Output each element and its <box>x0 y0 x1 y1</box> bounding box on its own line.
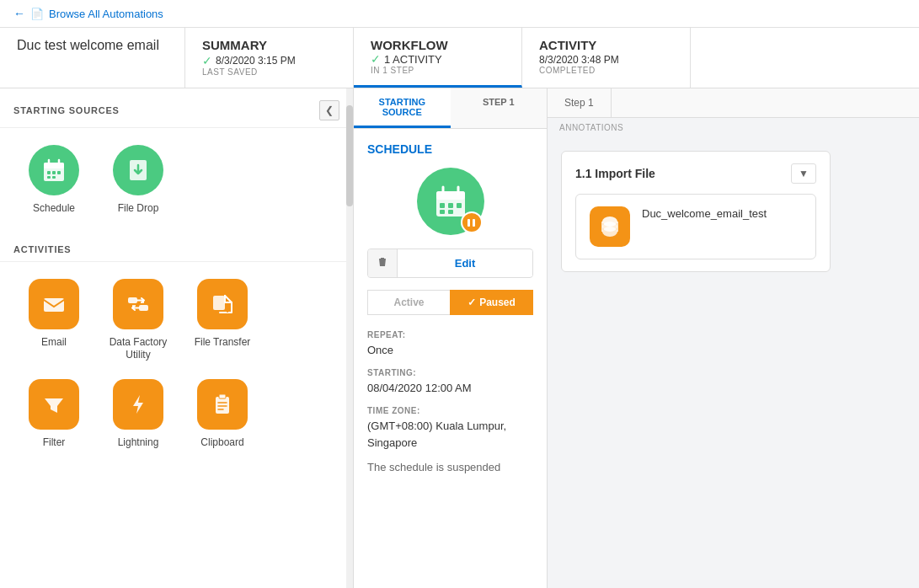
svg-rect-1 <box>44 163 64 168</box>
workflow-activity-count: 1 ACTIVITY <box>384 53 442 66</box>
activity-lightning[interactable]: Lightning <box>104 379 172 450</box>
edit-label: Edit <box>455 257 476 270</box>
svg-rect-8 <box>52 176 56 179</box>
filter-label: Filter <box>43 436 66 450</box>
import-card-wrapper: 1.1 Import File ▼ Duc_welcome_email_tes <box>561 151 831 272</box>
file-drop-label: File Drop <box>118 202 159 216</box>
starting-source-tab[interactable]: STARTING SOURCE <box>354 88 451 128</box>
activity-email[interactable]: Email <box>20 279 88 362</box>
summary-tab[interactable]: SUMMARY ✓ 8/3/2020 3:15 PM LAST SAVED <box>185 28 354 88</box>
header-tabs: Duc test welcome email SUMMARY ✓ 8/3/202… <box>0 28 919 88</box>
svg-rect-26 <box>440 210 445 214</box>
scroll-track <box>346 88 353 588</box>
file-transfer-label: File Transfer <box>195 336 251 350</box>
schedule-section: SCHEDULE <box>354 129 547 490</box>
scroll-thumb[interactable] <box>346 105 353 206</box>
check-paused-icon: ✓ <box>468 297 476 308</box>
activities-header: ACTIVITIES <box>0 233 353 262</box>
toggle-row: Active ✓ Paused <box>367 290 533 315</box>
step1-tab-label: Step 1 <box>483 97 515 107</box>
right-panel: Step 1 ANNOTATIONS 1.1 Import File ▼ <box>548 88 919 588</box>
automation-name-tab: Duc test welcome email <box>0 28 185 88</box>
svg-rect-12 <box>139 305 148 311</box>
import-card-top: 1.1 Import File ▼ <box>575 163 816 184</box>
schedule-info: REPEAT: Once STARTING: 08/04/2020 12:00 … <box>367 329 533 477</box>
filter-icon <box>29 379 79 430</box>
file-icon-box <box>590 206 630 247</box>
clipboard-label: Clipboard <box>200 436 243 450</box>
delete-button[interactable] <box>368 249 398 277</box>
starting-sources-header: STARTING SOURCES ❮ <box>0 88 353 128</box>
right-panel-tabs: Step 1 <box>548 88 919 118</box>
active-toggle[interactable]: Active <box>367 290 450 315</box>
activities-label: ACTIVITIES <box>13 244 72 254</box>
repeat-value: Once <box>367 344 393 356</box>
collapse-button[interactable]: ❮ <box>319 100 339 120</box>
summary-check-icon: ✓ <box>202 54 212 67</box>
activity-clipboard[interactable]: Clipboard <box>189 379 256 450</box>
source-schedule[interactable]: Schedule <box>20 145 88 216</box>
data-factory-icon <box>113 279 163 329</box>
source-file-drop[interactable]: File Drop <box>104 145 172 216</box>
workflow-step: IN 1 STEP <box>371 66 505 75</box>
summary-tab-label: SUMMARY <box>202 38 336 52</box>
step1-right-tab[interactable]: Step 1 <box>548 88 612 117</box>
repeat-label: REPEAT: <box>367 329 533 342</box>
right-panel-content: 1.1 Import File ▼ Duc_welcome_email_tes <box>548 137 919 588</box>
panel-tabs: STARTING SOURCE Step 1 <box>354 88 547 129</box>
import-card-title: 1.1 Import File <box>575 167 655 180</box>
email-label: Email <box>41 336 67 350</box>
svg-rect-11 <box>128 297 137 303</box>
automation-name: Duc test welcome email <box>17 38 168 53</box>
starting-source-tab-label: STARTING SOURCE <box>379 97 425 117</box>
clipboard-icon <box>197 379 248 430</box>
step1-tab[interactable]: Step 1 <box>451 88 548 128</box>
workflow-tab[interactable]: WORKFLOW ✓ 1 ACTIVITY IN 1 STEP <box>354 28 522 88</box>
file-drop-icon <box>113 145 163 195</box>
import-filename: Duc_welcome_email_test <box>642 206 767 222</box>
svg-rect-27 <box>448 210 453 214</box>
svg-rect-15 <box>219 394 226 398</box>
svg-point-32 <box>602 227 617 237</box>
schedule-label: Schedule <box>33 202 75 216</box>
timezone-value: (GMT+08:00) Kuala Lumpur, Singapore <box>367 420 506 450</box>
svg-rect-28 <box>468 219 470 227</box>
starting-value: 08/04/2020 12:00 AM <box>367 382 472 394</box>
email-icon <box>29 279 79 329</box>
svg-rect-6 <box>57 171 61 174</box>
active-label: Active <box>393 297 424 308</box>
summary-date: 8/3/2020 3:15 PM <box>216 55 296 67</box>
paused-toggle[interactable]: ✓ Paused <box>450 290 533 315</box>
activity-file-transfer[interactable]: File Transfer <box>189 279 256 362</box>
activity-tab-label: ACTIVITY <box>539 38 673 52</box>
lightning-label: Lightning <box>118 436 159 450</box>
step1-right-label: Step 1 <box>564 97 594 109</box>
svg-rect-29 <box>473 219 475 227</box>
svg-rect-7 <box>47 176 51 179</box>
top-nav: ← 📄 Browse All Automations <box>0 0 919 28</box>
svg-rect-13 <box>213 296 225 310</box>
edit-button[interactable]: Edit <box>398 250 532 276</box>
workflow-tab-label: WORKFLOW <box>371 38 505 52</box>
center-panel: STARTING SOURCE Step 1 SCHEDULE <box>354 88 548 588</box>
file-transfer-icon <box>197 279 248 329</box>
activities-grid: Email Data Factory Utility <box>0 262 353 467</box>
back-link[interactable]: ← 📄 Browse All Automations <box>13 7 163 20</box>
data-factory-label: Data Factory Utility <box>104 336 172 362</box>
pause-badge <box>461 211 483 233</box>
activity-filter[interactable]: Filter <box>20 379 88 450</box>
svg-rect-20 <box>436 191 465 200</box>
schedule-big-icon <box>417 168 484 235</box>
schedule-icon <box>29 145 79 195</box>
timezone-label: TIME ZONE: <box>367 404 533 418</box>
activity-data-factory[interactable]: Data Factory Utility <box>104 279 172 362</box>
schedule-note: The schedule is suspended <box>367 459 533 477</box>
activity-sub: COMPLETED <box>539 66 673 75</box>
activity-tab[interactable]: ACTIVITY 8/3/2020 3:48 PM COMPLETED <box>522 28 691 88</box>
workflow-check-icon: ✓ <box>371 52 381 66</box>
starting-label: STARTING: <box>367 366 533 380</box>
svg-rect-14 <box>216 397 229 414</box>
schedule-title: SCHEDULE <box>367 142 533 156</box>
svg-rect-24 <box>448 203 453 208</box>
import-dropdown-button[interactable]: ▼ <box>791 163 816 184</box>
